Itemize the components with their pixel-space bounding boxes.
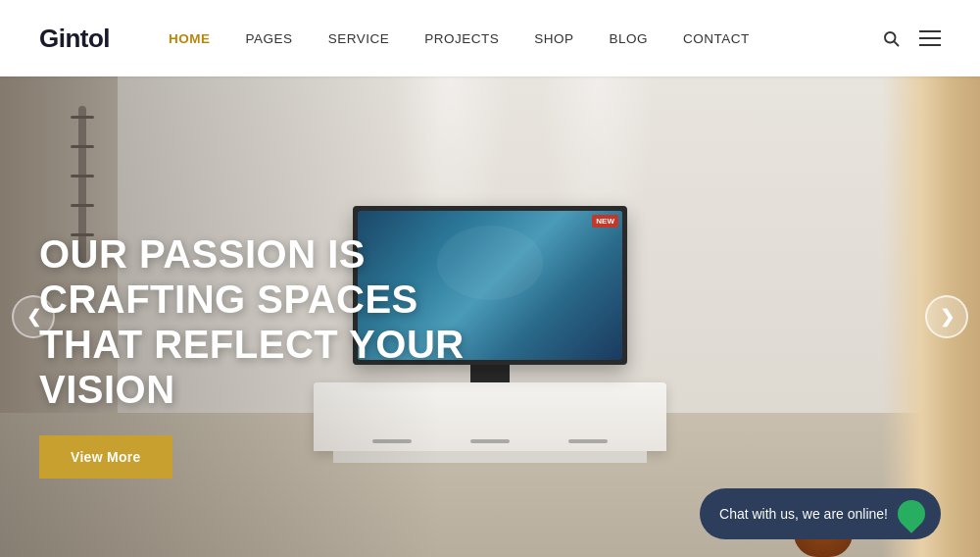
search-button[interactable] [882,29,900,47]
site-logo[interactable]: Gintol [39,24,110,54]
hero-title: OUR PASSION IS CRAFTING SPACES THAT REFL… [39,231,529,412]
nav-item-service[interactable]: SERVICE [328,31,390,46]
nav-item-home[interactable]: HOME [169,31,211,46]
hamburger-icon [919,30,941,46]
main-nav: HOME PAGES SERVICE PROJECTS SHOP BLOG CO… [169,31,882,46]
chat-widget[interactable]: Chat with us, we are online! [700,488,941,539]
header-icons [882,29,941,47]
view-more-button[interactable]: View More [39,435,172,479]
nav-item-shop[interactable]: SHOP [534,31,573,46]
slider-next-button[interactable]: ❯ [925,295,968,338]
svg-line-1 [894,41,898,45]
site-header: Gintol HOME PAGES SERVICE PROJECTS SHOP … [0,0,980,76]
nav-item-projects[interactable]: PROJECTS [424,31,499,46]
chat-leaf-icon [892,494,931,533]
nav-item-contact[interactable]: CONTACT [683,31,750,46]
tv-badge: NEW [592,215,618,228]
handle [568,439,608,443]
search-icon [882,29,900,47]
nav-item-pages[interactable]: PAGES [246,31,293,46]
hero-content: OUR PASSION IS CRAFTING SPACES THAT REFL… [39,231,529,479]
hero-section: NEW ❮ ❯ OUR PASSION IS CRAFTING SPACES T… [0,76,980,557]
nav-item-blog[interactable]: BLOG [609,31,648,46]
chat-message: Chat with us, we are online! [719,506,888,522]
menu-button[interactable] [919,30,941,46]
chevron-right-icon: ❯ [940,306,955,328]
